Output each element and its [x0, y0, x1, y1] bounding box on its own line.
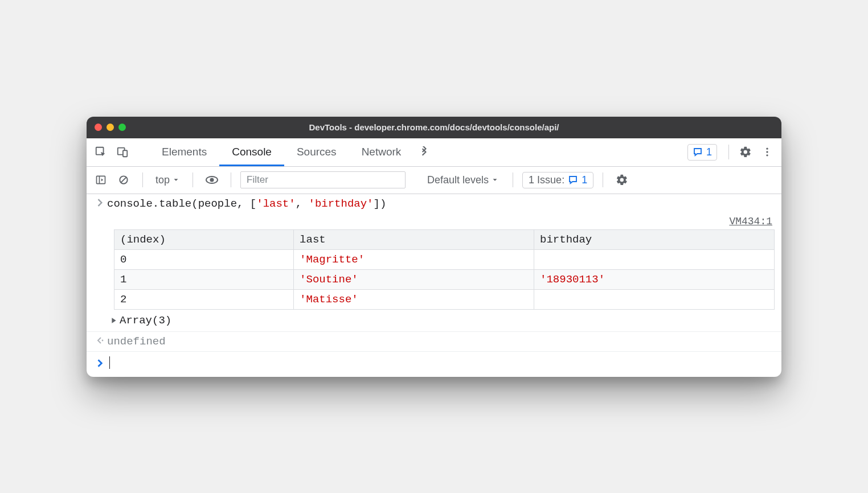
- sidebar-toggle-icon[interactable]: [91, 174, 110, 186]
- divider: [513, 172, 513, 187]
- table-cell: 'Soutine': [294, 269, 534, 289]
- code-string: 'last': [256, 198, 295, 210]
- divider: [193, 172, 193, 187]
- console-input-row: console.table(people, ['last', 'birthday…: [87, 194, 781, 213]
- table-row: 2 'Matisse': [114, 289, 775, 309]
- divider: [603, 172, 603, 187]
- triangle-right-icon: [110, 317, 117, 324]
- minimize-window-button[interactable]: [107, 124, 114, 131]
- console-prompt-row[interactable]: [87, 352, 781, 377]
- table-cell: 1: [114, 269, 294, 289]
- levels-label: Default levels: [427, 174, 489, 186]
- zoom-window-button[interactable]: [118, 124, 126, 131]
- chevron-down-icon: [172, 176, 180, 184]
- chat-icon: [568, 175, 578, 185]
- array-label: Array(3): [120, 314, 171, 327]
- console-command: console.table(people, ['last', 'birthday…: [107, 198, 775, 210]
- context-label: top: [155, 174, 170, 186]
- svg-point-3: [766, 148, 768, 150]
- table-header[interactable]: last: [294, 229, 534, 249]
- table-cell: 'Magritte': [294, 249, 534, 269]
- tab-sources[interactable]: Sources: [284, 138, 349, 166]
- live-expression-icon[interactable]: [202, 173, 222, 187]
- table-cell: [534, 249, 775, 269]
- table-cell: 0: [114, 249, 294, 269]
- input-marker-icon: [93, 198, 107, 207]
- kebab-menu-icon[interactable]: [756, 138, 778, 166]
- console-settings-icon[interactable]: [612, 174, 632, 186]
- tab-console[interactable]: Console: [219, 138, 284, 166]
- settings-icon[interactable]: [735, 138, 756, 166]
- device-toolbar-icon[interactable]: [112, 138, 133, 166]
- table-cell: 2: [114, 289, 294, 309]
- panel-tabbar: Elements Console Sources Network 1: [87, 138, 781, 167]
- prompt-icon: [93, 358, 107, 367]
- issue-label: 1 Issue:: [529, 174, 564, 186]
- console-return-row: undefined: [87, 331, 781, 352]
- issues-indicator[interactable]: 1: [687, 144, 717, 161]
- window-controls: [95, 124, 126, 131]
- issues-count: 1: [706, 146, 712, 158]
- code-text: console.table(people, [: [107, 198, 256, 210]
- tab-network[interactable]: Network: [349, 138, 414, 166]
- svg-point-10: [102, 339, 104, 341]
- table-cell: [534, 289, 775, 309]
- divider: [142, 172, 143, 187]
- divider: [728, 145, 729, 159]
- return-marker-icon: [93, 335, 107, 344]
- window-titlebar: DevTools - developer.chrome.com/docs/dev…: [87, 117, 781, 138]
- issue-counter[interactable]: 1 Issue: 1: [522, 172, 593, 188]
- table-row: 1 'Soutine' '18930113': [114, 269, 775, 289]
- text-cursor: [109, 356, 110, 369]
- inspect-element-icon[interactable]: [90, 138, 112, 166]
- table-header-row[interactable]: (index) last birthday: [114, 229, 775, 249]
- table-row: 0 'Magritte': [114, 249, 775, 269]
- close-window-button[interactable]: [95, 124, 102, 131]
- chevron-down-icon: [491, 176, 499, 184]
- svg-rect-2: [123, 150, 127, 157]
- clear-console-icon[interactable]: [114, 174, 133, 186]
- tab-elements[interactable]: Elements: [149, 138, 219, 166]
- devtools-window: DevTools - developer.chrome.com/docs/dev…: [87, 117, 781, 377]
- table-header[interactable]: (index): [114, 229, 294, 249]
- code-string: 'birthday': [308, 198, 373, 210]
- table-cell: '18930113': [534, 269, 775, 289]
- svg-point-4: [766, 151, 768, 153]
- filter-input[interactable]: [240, 171, 406, 188]
- source-link[interactable]: VM434:1: [87, 213, 781, 229]
- issue-count: 1: [582, 174, 587, 186]
- more-tabs-icon[interactable]: [413, 138, 435, 166]
- console-table: (index) last birthday 0 'Magritte' 1 'So…: [114, 229, 775, 310]
- divider: [231, 172, 231, 187]
- table-cell: 'Matisse': [294, 289, 534, 309]
- code-text: ]): [374, 198, 387, 210]
- console-toolbar: top Default levels 1 Issue: 1: [87, 167, 781, 194]
- execution-context-select[interactable]: top: [152, 174, 183, 186]
- array-expand[interactable]: Array(3): [87, 312, 781, 331]
- svg-point-9: [210, 178, 214, 182]
- log-levels-select[interactable]: Default levels: [423, 174, 503, 186]
- return-value: undefined: [107, 335, 775, 348]
- window-title: DevTools - developer.chrome.com/docs/dev…: [87, 122, 781, 132]
- svg-rect-6: [97, 176, 105, 183]
- code-text: ,: [296, 198, 309, 210]
- svg-point-5: [766, 154, 768, 156]
- console-output: console.table(people, ['last', 'birthday…: [87, 194, 781, 377]
- table-header[interactable]: birthday: [534, 229, 775, 249]
